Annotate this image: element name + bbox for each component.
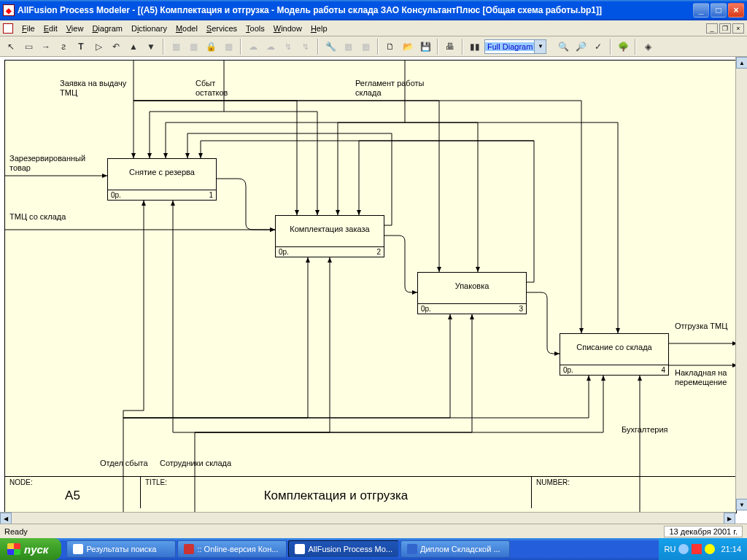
- process-box-4[interactable]: Списание со склада 0р.4: [560, 333, 669, 376]
- flag-button[interactable]: ▮▮: [467, 39, 483, 55]
- label-shipped-tmc: Отгрузка ТМЦ: [675, 322, 733, 331]
- task-item-4[interactable]: Диплом Складской ...: [400, 540, 510, 558]
- tb-btn-d[interactable]: ☁: [245, 39, 261, 55]
- scroll-down-button[interactable]: ▼: [736, 499, 747, 510]
- window-titlebar: ◆ AllFusion Process Modeler - [(А5) Комп…: [0, 0, 747, 20]
- task-icon: [184, 544, 194, 554]
- menu-tools[interactable]: Tools: [241, 23, 269, 34]
- menu-diagram[interactable]: Diagram: [88, 23, 127, 34]
- arrow-tool[interactable]: →: [38, 39, 54, 55]
- tb-btn-f[interactable]: ↯: [280, 39, 296, 55]
- process-box-2[interactable]: Комплектация заказа 0р.2: [275, 215, 384, 257]
- menu-model[interactable]: Model: [171, 23, 202, 34]
- mdi-restore-button[interactable]: ❐: [719, 23, 731, 34]
- box1-title: Снятие с резерва: [108, 159, 216, 176]
- child-tool[interactable]: ▼: [143, 39, 159, 55]
- task-item-3[interactable]: AllFusion Process Mo...: [288, 540, 399, 558]
- diagram-arrows: [5, 61, 736, 513]
- tb-btn-e[interactable]: ☁: [263, 39, 279, 55]
- canvas[interactable]: Заявка на выдачу ТМЦ Сбыт остатков Регла…: [0, 57, 747, 524]
- menu-help[interactable]: Help: [306, 23, 332, 34]
- label-regulations: Регламент работы склада: [355, 79, 443, 97]
- scroll-left-button[interactable]: ◀: [0, 513, 12, 524]
- tb-btn-j[interactable]: ▦: [357, 39, 374, 55]
- window-title: AllFusion Process Modeler - [(А5) Компле…: [18, 5, 693, 15]
- tb-btn-lock[interactable]: 🔒: [203, 39, 219, 55]
- save-button[interactable]: 💾: [417, 39, 433, 55]
- label-warehouse-staff: Сотрудники склада: [160, 459, 231, 468]
- pointer-tool[interactable]: ↖: [3, 39, 19, 55]
- status-date: 13 декабря 2001 г.: [664, 526, 743, 537]
- scroll-up-button[interactable]: ▲: [736, 57, 747, 69]
- print-button[interactable]: 🖶: [442, 39, 458, 55]
- undo-tool[interactable]: ↶: [108, 39, 124, 55]
- statusbar: Ready 13 декабря 2001 г.: [0, 524, 747, 538]
- footer-title-label: TITLE:: [145, 478, 527, 486]
- status-text: Ready: [4, 527, 28, 536]
- footer-node-label: NODE:: [9, 478, 136, 486]
- box-tool[interactable]: ▭: [20, 39, 36, 55]
- label-transfer-note: Накладная на перемещение: [675, 368, 740, 386]
- lang-indicator[interactable]: RU: [665, 545, 676, 553]
- task-icon: [407, 544, 417, 554]
- tray-icon-2[interactable]: [692, 544, 702, 554]
- process-box-3[interactable]: Упаковка 0р.3: [417, 272, 527, 314]
- footer-node-value: А5: [9, 489, 136, 503]
- scroll-right-button[interactable]: ▶: [724, 513, 735, 524]
- process-box-1[interactable]: Снятие с резерва 0р.1: [107, 158, 217, 201]
- toolbar: ↖ ▭ → ƨ T ▷ ↶ ▲ ▼ ▦ ▦ 🔒 ▦ ☁ ☁ ↯ ↯ 🔧 ▦ ▦ …: [0, 36, 747, 57]
- horizontal-scrollbar[interactable]: ◀ ▶: [0, 512, 735, 524]
- app-icon: ◆: [3, 4, 15, 16]
- model-button[interactable]: ◈: [640, 39, 656, 55]
- tray-icon-1[interactable]: [678, 544, 689, 554]
- label-reserved-goods: Зарезервированный товар: [9, 154, 104, 172]
- parent-tool[interactable]: ▲: [125, 39, 142, 55]
- footer-number-label: NUMBER:: [536, 478, 732, 486]
- zoom-in-button[interactable]: 🔍: [555, 39, 571, 55]
- spellcheck-button[interactable]: ✓: [590, 39, 606, 55]
- menubar: File Edit View Diagram Dictionary Model …: [0, 20, 747, 36]
- close-button[interactable]: ×: [728, 3, 744, 18]
- task-item-2[interactable]: :: Online-версия Кон...: [177, 540, 287, 558]
- tunnel-tool[interactable]: ƨ: [55, 39, 71, 55]
- goto-tool[interactable]: ▷: [90, 39, 107, 55]
- zoom-select[interactable]: Full Diagram ▼: [484, 39, 546, 54]
- clock[interactable]: 21:14: [721, 545, 741, 553]
- system-tray: RU 21:14: [659, 538, 747, 560]
- menu-window[interactable]: Window: [269, 23, 306, 34]
- tb-btn-a[interactable]: ▦: [168, 39, 184, 55]
- menu-edit[interactable]: Edit: [39, 23, 62, 34]
- tray-icon-3[interactable]: [705, 544, 715, 554]
- windows-flag-icon: [7, 543, 20, 555]
- mdi-close-button[interactable]: ×: [732, 23, 744, 34]
- open-button[interactable]: 📂: [400, 39, 416, 55]
- doc-icon: [3, 23, 13, 34]
- tb-btn-g[interactable]: ↯: [298, 39, 314, 55]
- menu-view[interactable]: View: [62, 23, 88, 34]
- footer-title-value: Комплектация и отгрузка: [145, 489, 527, 503]
- zoom-out-button[interactable]: 🔎: [573, 39, 589, 55]
- mdi-minimize-button[interactable]: _: [706, 23, 718, 34]
- vertical-scrollbar[interactable]: ▲ ▼: [735, 57, 747, 510]
- task-icon: [295, 544, 305, 554]
- tb-btn-i[interactable]: ▦: [340, 39, 356, 55]
- menu-services[interactable]: Services: [202, 23, 241, 34]
- new-button[interactable]: 🗋: [382, 39, 398, 55]
- tb-btn-c[interactable]: ▦: [220, 39, 236, 55]
- tb-btn-b[interactable]: ▦: [185, 39, 201, 55]
- start-button[interactable]: пуск: [0, 538, 61, 560]
- box2-title: Комплектация заказа: [276, 216, 384, 233]
- menu-file[interactable]: File: [18, 23, 39, 34]
- minimize-button[interactable]: _: [693, 3, 709, 18]
- menu-dictionary[interactable]: Dictionary: [127, 23, 171, 34]
- task-item-1[interactable]: Результаты поиска: [66, 540, 176, 558]
- maximize-button[interactable]: □: [711, 3, 727, 18]
- chevron-down-icon: ▼: [534, 40, 546, 53]
- label-request-tmc: Заявка на выдачу ТМЦ: [60, 79, 140, 97]
- text-tool[interactable]: T: [73, 39, 89, 55]
- label-sales-residuals: Сбыт остатков: [196, 79, 247, 97]
- tree-button[interactable]: 🌳: [615, 39, 631, 55]
- tb-btn-h[interactable]: 🔧: [322, 39, 338, 55]
- diagram-footer: NODE: А5 TITLE: Комплектация и отгрузка …: [5, 476, 736, 508]
- box3-title: Упаковка: [418, 273, 526, 290]
